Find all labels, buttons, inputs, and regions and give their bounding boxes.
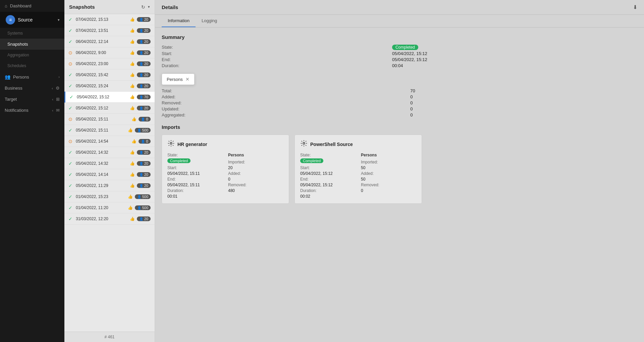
thumb-icon: 👍 [130, 216, 135, 221]
thumb-icon: 👍 [130, 72, 135, 77]
download-icon[interactable]: ⬇ [633, 4, 637, 10]
snapshot-row[interactable]: ✓ 07/04/2022, 15:13 👍 👤 20 [64, 14, 155, 25]
import-col-left: State: Completed Start: 05/04/2022, 15:1… [167, 153, 223, 199]
snapshot-count: 👤 20 [137, 72, 151, 77]
thumb-icon: 👍 [130, 28, 135, 33]
person-count-icon: 👤 [139, 40, 143, 44]
sidebar-systems-label: Systems [7, 31, 23, 36]
snapshot-datetime: 05/04/2022, 14:54 [76, 139, 129, 144]
import-imported-value: 50 [361, 165, 416, 170]
details-title: Details [162, 4, 633, 10]
tab-logging[interactable]: Logging [196, 15, 223, 27]
sidebar-item-systems[interactable]: Systems [0, 28, 64, 39]
import-source-icon [167, 140, 175, 149]
snapshot-row[interactable]: ✓ 05/04/2022, 14:32 👍 👤 20 [64, 147, 155, 158]
snapshot-row[interactable]: ✓ 06/04/2022, 12:14 👍 👤 20 [64, 36, 155, 47]
summary-title: Summary [162, 34, 637, 40]
snapshot-row[interactable]: ✓ 05/04/2022, 15:42 👍 👤 20 [64, 69, 155, 81]
snapshot-status-icon: ✓ [68, 194, 74, 199]
sidebar-item-notifications[interactable]: Notifications ‹ ✉ [0, 105, 64, 116]
thumb-icon: 👍 [131, 117, 137, 121]
import-imported-label: Imported: [228, 160, 283, 164]
person-count-icon: 👤 [139, 217, 143, 221]
popup-close-icon[interactable]: ✕ [185, 77, 190, 82]
snapshot-status-icon: ⊙ [68, 116, 74, 122]
sidebar-item-dashboard[interactable]: ⌂ Dashboard [0, 0, 64, 12]
person-count-icon: 👤 [139, 106, 143, 110]
snapshot-datetime: 05/04/2022, 23:00 [76, 61, 128, 66]
person-count-icon: 👤 [139, 29, 143, 33]
snapshot-datetime: 06/04/2022, 12:14 [76, 39, 128, 44]
snapshot-row[interactable]: ✓ 07/04/2022, 13:51 👍 👤 20 [64, 25, 155, 36]
sidebar-item-persons[interactable]: 👥 Persons › [0, 71, 64, 83]
import-state-label: State: [300, 153, 356, 157]
panel-chevron-icon[interactable]: ▾ [148, 5, 150, 9]
snapshot-datetime: 05/04/2022, 15:11 [76, 128, 126, 133]
tab-information[interactable]: Information [162, 15, 196, 27]
snapshot-datetime: 31/03/2022, 12:20 [76, 216, 128, 221]
import-col-left: State: Completed Start: 05/04/2022, 15:1… [300, 153, 356, 199]
sidebar-source-label: Source [18, 17, 55, 22]
import-card-header: PowerShell Source [300, 140, 416, 149]
persons-popup[interactable]: Persons ✕ [162, 74, 195, 85]
thumb-icon: 👍 [130, 50, 135, 55]
snapshot-row[interactable]: ✓ 01/04/2022, 11:20 👍 👤 500 [64, 202, 155, 213]
snapshot-status-icon: ⊙ [68, 61, 74, 66]
thumb-icon: 👍 [130, 61, 135, 66]
snapshot-count: 👤 500 [135, 205, 151, 210]
import-status-badge: Completed [167, 158, 191, 163]
import-card: PowerShell Source State: Completed Start… [294, 135, 422, 204]
sidebar-item-business[interactable]: Business ‹ ⚙ [0, 83, 64, 94]
person-count-icon: 👤 [139, 62, 143, 66]
snapshot-row[interactable]: ✓ 05/04/2022, 15:12 👍 👤 20 [64, 103, 155, 114]
snapshot-row[interactable]: ⊙ 05/04/2022, 14:54 👍 👤 0 [64, 136, 155, 147]
sidebar-item-snapshots[interactable]: Snapshots [0, 39, 64, 50]
snapshot-row[interactable]: ✓ 31/03/2022, 12:20 👍 👤 20 [64, 213, 155, 225]
snapshot-datetime: 05/04/2022, 14:32 [76, 150, 128, 155]
snapshot-row[interactable]: ✓ 05/04/2022, 14:32 👍 👤 20 [64, 158, 155, 169]
snapshot-row[interactable]: ⊙ 05/04/2022, 23:00 👍 👤 20 [64, 58, 155, 69]
import-col-right: Persons Imported: 50 Added: 50 Removed: … [361, 153, 416, 199]
snapshot-row[interactable]: ✓ 01/04/2022, 15:23 👍 👤 500 [64, 191, 155, 202]
snapshot-row[interactable]: ✓ 05/04/2022, 15:24 👍 👤 20 [64, 81, 155, 92]
chevron-left-icon: ‹ [52, 86, 53, 90]
snapshot-datetime: 07/04/2022, 13:51 [76, 28, 128, 33]
import-imported-value: 20 [228, 165, 283, 170]
sidebar-item-aggregation[interactable]: Aggregation [0, 50, 64, 60]
added-label: Added: [162, 94, 408, 99]
snapshot-row[interactable]: ✓ 05/04/2022, 15:12 👍 👤 70 [64, 92, 155, 103]
snapshot-datetime: 01/04/2022, 15:23 [76, 194, 126, 199]
import-added-value: 50 [361, 177, 416, 182]
thumb-icon: 👍 [131, 139, 137, 144]
snapshot-row[interactable]: ✓ 05/04/2022, 15:11 👍 👤 500 [64, 125, 155, 136]
sidebar-item-schedules[interactable]: Schedules [0, 60, 64, 71]
person-count-icon: 👤 [139, 95, 143, 99]
persons-stats-grid: Total: 70 Added: 0 Removed: 0 Updated: 0… [162, 88, 637, 117]
snapshot-status-icon: ✓ [68, 172, 74, 177]
snapshot-row[interactable]: ⊙ 05/04/2022, 15:11 👍 👤 0 [64, 114, 155, 125]
snapshot-count: 👤 20 [137, 216, 151, 221]
person-count-icon: 👤 [139, 18, 143, 21]
thumb-icon: 👍 [130, 39, 135, 44]
main-container: Snapshots ↻ ▾ ✓ 07/04/2022, 15:13 👍 👤 20… [64, 0, 644, 342]
import-removed-value: 480 [228, 188, 283, 193]
import-start-label: Start: [167, 165, 223, 170]
sidebar-item-target[interactable]: Target ‹ ⊞ [0, 94, 64, 105]
sidebar-item-source[interactable]: ≡ Source ▾ [0, 12, 64, 28]
thumb-icon: 👍 [130, 172, 135, 177]
import-start-value: 05/04/2022, 15:11 [167, 171, 223, 176]
import-duration-value: 00:02 [300, 194, 356, 199]
import-end-value: 05/04/2022, 15:11 [167, 183, 223, 187]
duration-value: 00:04 [392, 63, 637, 68]
snapshot-row[interactable]: ✓ 05/04/2022, 14:14 👍 👤 20 [64, 169, 155, 180]
chevron-down-icon: ▾ [58, 18, 60, 22]
person-count-icon: 👤 [141, 140, 145, 143]
snapshot-row[interactable]: ✓ 05/04/2022, 11:29 👍 👤 20 [64, 180, 155, 191]
total-label: Total: [162, 88, 408, 93]
import-end-value: 05/04/2022, 15:12 [300, 183, 356, 187]
import-duration-label: Duration: [300, 188, 356, 193]
snapshot-count: 👤 20 [137, 150, 151, 155]
refresh-icon[interactable]: ↻ [141, 4, 145, 10]
snapshot-row[interactable]: ⊙ 06/04/2022, 9:00 👍 👤 20 [64, 47, 155, 58]
details-header: Details ⬇ [155, 0, 644, 15]
